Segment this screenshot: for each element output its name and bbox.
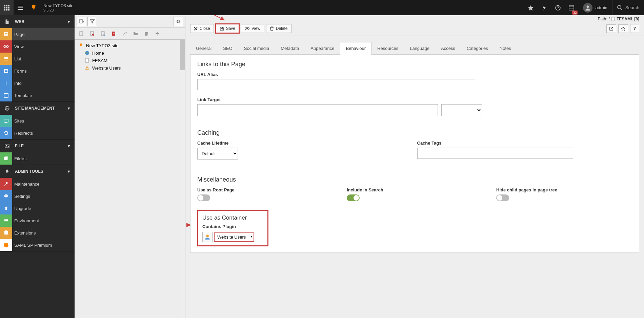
tab-notes[interactable]: Notes [494,42,517,55]
moditem-redirects[interactable]: Redirects [0,127,75,139]
link-target-select[interactable] [441,104,482,116]
include-search-toggle[interactable] [347,194,360,201]
moditem-extensions[interactable]: Extensions [0,227,75,239]
upgrade-icon [0,202,12,214]
tree-node-fesaml[interactable]: FESAML [75,57,185,64]
tree-action-divide[interactable] [153,29,162,38]
contains-plugin-select[interactable]: Website Users [214,232,254,242]
modgroup-sitemgmt[interactable]: SITE MANAGEMENT ▾ [0,102,75,115]
moditem-list[interactable]: List [0,53,75,65]
search-box[interactable]: Search [612,0,644,15]
tab-behaviour[interactable]: Behaviour [340,42,371,55]
cache-tags-label: Cache Tags [417,141,632,146]
tab-metadata[interactable]: Metadata [275,42,305,55]
new-page-button[interactable]: + [77,17,86,26]
filelist-icon [0,152,12,165]
eye-icon [245,27,249,31]
list-icon[interactable] [14,0,27,15]
section-links-heading: Links to this Page [197,61,632,68]
save-button[interactable]: Save [216,24,239,33]
scrollbar-track[interactable] [180,40,185,318]
help-button[interactable]: ? [630,24,639,33]
tab-appearance[interactable]: Appearance [305,42,340,55]
svg-rect-34 [5,71,7,72]
saml-icon [0,239,12,251]
tree-root[interactable]: New TYPO3 site [75,42,185,49]
svg-rect-6 [4,9,5,11]
environment-icon [0,214,12,227]
bookmark-button[interactable] [618,24,628,33]
moditem-sites[interactable]: Sites [0,115,75,127]
tree-node-home[interactable]: Home [75,49,185,57]
tree-action-folder[interactable] [131,29,140,38]
link-target-input[interactable] [197,104,438,116]
moditem-maintenance[interactable]: Maintenance [0,178,75,190]
tab-categories[interactable]: Categories [461,42,494,55]
tab-resources[interactable]: Resources [371,42,404,55]
svg-rect-1 [6,5,7,6]
svg-point-63 [157,32,158,33]
flash-icon[interactable] [538,0,551,15]
delete-button[interactable]: Delete [266,24,291,33]
refresh-tree-button[interactable] [174,17,183,26]
globe-icon [5,106,12,111]
url-alias-input[interactable] [197,79,475,90]
apps-icon[interactable] [0,0,14,15]
svg-rect-48 [4,219,8,220]
typo3-logo-icon[interactable] [27,0,41,15]
view-button[interactable]: View [241,24,264,33]
moditem-filelist[interactable]: Filelist [0,152,75,165]
scrollbar-thumb[interactable] [180,40,185,70]
modgroup-file[interactable]: FILE ▾ [0,139,75,152]
moditem-environment[interactable]: Environment [0,214,75,227]
close-button[interactable]: Close [190,24,214,33]
page-icon [0,28,12,40]
moditem-page[interactable]: Page [0,28,75,40]
svg-rect-5 [8,7,9,8]
tab-socialmedia[interactable]: Social media [238,42,275,55]
tree-action-2[interactable] [87,29,97,38]
tree-action-link[interactable] [120,29,129,38]
section-misc-heading: Miscellaneous [197,176,632,183]
help-icon[interactable]: ? [551,0,565,15]
svg-rect-69 [612,17,615,21]
moditem-upgrade[interactable]: Upgrade [0,202,75,214]
moditem-view[interactable]: View [0,40,75,53]
svg-rect-66 [85,58,88,62]
cache-lifetime-select[interactable]: Default [197,148,238,160]
open-new-window-button[interactable] [606,24,616,33]
tree-action-4[interactable]: + [109,29,119,38]
tab-seo[interactable]: SEO [217,42,238,55]
tree-node-users[interactable]: Website Users [75,64,185,72]
svg-rect-3 [4,7,5,8]
star-icon [621,26,625,31]
user-menu[interactable]: admin [578,0,612,15]
bookmark-icon[interactable] [524,0,538,15]
tabs: General SEO Social media Metadata Appear… [190,42,639,55]
svg-rect-46 [5,156,8,160]
moditem-saml[interactable]: SAML SP Premium [0,239,75,251]
tab-general[interactable]: General [190,42,217,55]
tree-action-trash[interactable] [142,29,151,38]
moditem-settings[interactable]: Settings [0,190,75,202]
moditem-forms[interactable]: Forms [0,65,75,77]
cache-tags-input[interactable] [417,148,573,159]
avatar-icon [583,3,592,13]
hide-children-toggle[interactable] [496,194,509,201]
tab-language[interactable]: Language [404,42,435,55]
tree-action-3[interactable] [98,29,108,38]
app-toolbar-icon[interactable]: 32 [565,0,578,15]
tree-action-1[interactable] [77,29,86,38]
moditem-template[interactable]: Template [0,89,75,101]
moditem-info[interactable]: iInfo [0,77,75,89]
svg-point-68 [87,67,88,68]
file-icon [5,19,12,24]
svg-point-71 [246,28,248,29]
tab-access[interactable]: Access [435,42,461,55]
image-icon [5,144,12,148]
root-page-toggle[interactable] [197,194,210,201]
modgroup-web[interactable]: WEB ▾ [0,15,75,28]
filter-button[interactable] [87,17,97,26]
include-search-label: Include in Search [347,187,483,192]
modgroup-admintools[interactable]: ADMIN TOOLS ▾ [0,165,75,178]
